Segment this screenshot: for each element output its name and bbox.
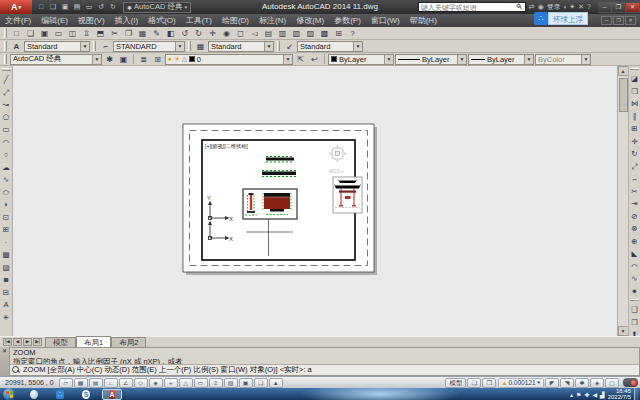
layer-combo[interactable]: ● ☀︎ △ 0 ▼: [165, 54, 293, 65]
construction-line-button[interactable]: ⤢: [0, 86, 12, 99]
layer-states-button[interactable]: ⊞: [151, 53, 164, 65]
color-combo[interactable]: ByLayer ▼: [328, 54, 394, 65]
layer-freeze-icon[interactable]: ☀︎: [174, 54, 180, 64]
circle-button[interactable]: ○: [0, 148, 12, 161]
layer-properties-button[interactable]: ≣: [137, 53, 150, 65]
qat-undo-button[interactable]: ↺: [95, 1, 107, 13]
revision-cloud-button[interactable]: ☁: [0, 161, 12, 174]
insert-block-button[interactable]: ⊡: [0, 211, 12, 224]
qat-open-button[interactable]: ❏: [47, 1, 59, 13]
zoom-previous-button[interactable]: ◅: [248, 27, 261, 39]
join-button[interactable]: ⊕: [629, 235, 640, 248]
paste-button[interactable]: ▦: [136, 27, 149, 39]
qat-save-button[interactable]: ▣: [59, 1, 71, 13]
taskbar-app-1[interactable]: [24, 389, 44, 400]
qat-plot-button[interactable]: ▭: [83, 1, 95, 13]
qat-saveas-button[interactable]: ▤: [71, 1, 83, 13]
break-at-point-button[interactable]: ⊘: [629, 210, 640, 223]
text-style-combo[interactable]: Standard▼: [24, 41, 90, 52]
layer-color-swatch[interactable]: [189, 56, 195, 62]
publish-button[interactable]: ⇫: [80, 27, 93, 39]
menu-item[interactable]: 工具(T): [181, 14, 217, 27]
mleader-style-combo[interactable]: Standard▼: [297, 41, 363, 52]
add-selected-button[interactable]: ✳: [0, 311, 12, 324]
float-overlay[interactable]: ∴ 环球上浮: [534, 12, 588, 25]
dynamic-ucs-toggle[interactable]: △: [179, 378, 193, 388]
infer-constraints-toggle[interactable]: ▱: [59, 378, 73, 388]
hatch-button[interactable]: ▩: [0, 248, 12, 261]
start-button[interactable]: [3, 388, 16, 400]
close-button[interactable]: ✕: [626, 2, 640, 13]
chevron-down-icon[interactable]: ▾: [564, 2, 567, 12]
send-to-back-button[interactable]: ❒: [629, 316, 640, 329]
move-button[interactable]: ✛: [629, 135, 640, 148]
doc-restore-button[interactable]: ❐: [613, 16, 624, 25]
overlay-app-icon[interactable]: ∴: [534, 12, 548, 25]
scroll-up-icon[interactable]: ▲: [618, 66, 629, 76]
bring-to-front-button[interactable]: ❑: [629, 303, 640, 316]
show-desktop-button[interactable]: [634, 388, 638, 400]
taskbar-app-2[interactable]: ∴: [50, 389, 70, 400]
next-tab-icon[interactable]: ▶: [23, 338, 32, 346]
wcs-dropdown[interactable]: WCS: [329, 169, 340, 174]
tab-layout2[interactable]: 布局2: [111, 337, 146, 347]
maximize-button[interactable]: ❐: [612, 2, 626, 13]
toolbar-grip[interactable]: [630, 299, 639, 301]
first-tab-icon[interactable]: |◀: [3, 338, 12, 346]
doc-close-button[interactable]: ✕: [625, 16, 636, 25]
linetype-combo[interactable]: ByLayer ▼: [395, 54, 467, 65]
viewport-controls-label[interactable]: [+][俯视][二维线框]: [205, 143, 248, 150]
table-button[interactable]: ⊟: [0, 286, 12, 299]
extend-button[interactable]: ⇥: [629, 197, 640, 210]
taskbar-clock[interactable]: 16:45 2022/7/5: [608, 388, 631, 400]
line-button[interactable]: ╱: [0, 73, 12, 86]
open-button[interactable]: ❏: [24, 27, 37, 39]
drawing-canvas[interactable]: [+][俯视][二维线框]: [13, 66, 617, 336]
menu-item[interactable]: 修改(M): [291, 14, 329, 27]
array-button[interactable]: ⊞: [629, 122, 640, 135]
annotation-monitor-toggle[interactable]: ▲: [269, 378, 283, 388]
plot-button[interactable]: ▭: [52, 27, 65, 39]
menu-item[interactable]: 视图(V): [73, 14, 110, 27]
toolbar-grip[interactable]: [277, 41, 280, 51]
lineweight-combo[interactable]: ByLayer ▼: [468, 54, 534, 65]
workspace-combo[interactable]: AutoCAD 经典▼: [10, 54, 102, 65]
performance-indicator[interactable]: [623, 378, 638, 387]
annotation-visibility-button[interactable]: ◤: [545, 378, 559, 388]
quick-view-drawings-button[interactable]: ❐: [482, 378, 496, 388]
action-flag-icon[interactable]: ⚑: [576, 391, 581, 398]
search-icon[interactable]: 🔍︎: [514, 2, 525, 12]
toolbar-grip[interactable]: [2, 68, 11, 71]
redo-button[interactable]: ↻: [192, 27, 205, 39]
grid-display-toggle[interactable]: ▤: [89, 378, 103, 388]
zoom-realtime-button[interactable]: ◉: [220, 27, 233, 39]
mirror-button[interactable]: ⋈: [629, 97, 640, 110]
tool-palettes-button[interactable]: ▧: [290, 27, 303, 39]
hardware-acceleration-button[interactable]: ▢: [605, 378, 619, 388]
rotate-button[interactable]: ↻: [629, 147, 640, 160]
quickcalc-button[interactable]: ⊞: [332, 27, 345, 39]
menu-item[interactable]: 格式(O): [143, 14, 181, 27]
new-button[interactable]: □: [10, 27, 23, 39]
menu-item[interactable]: 绘图(D): [217, 14, 254, 27]
menu-item[interactable]: 标注(N): [254, 14, 291, 27]
exchange-icon[interactable]: ⇄: [529, 2, 535, 12]
minimize-button[interactable]: ─: [598, 2, 612, 13]
quick-properties-toggle[interactable]: ▣: [239, 378, 253, 388]
overlay-label[interactable]: 环球上浮: [548, 12, 588, 25]
point-button[interactable]: ·: [0, 236, 12, 249]
search-input[interactable]: [419, 3, 514, 11]
menu-item[interactable]: 窗口(W): [366, 14, 405, 27]
workspace-dropdown-qat[interactable]: ✱ AutoCAD 经典 ▾: [123, 2, 191, 13]
3d-object-snap-toggle[interactable]: ◈: [149, 378, 163, 388]
dim-style-combo[interactable]: STANDARD▼: [113, 41, 185, 52]
selection-cycling-toggle[interactable]: ❏: [254, 378, 268, 388]
3d-dwf-button[interactable]: ⬒: [94, 27, 107, 39]
markup-set-manager-button[interactable]: ▩: [318, 27, 331, 39]
command-input-line[interactable]: ZOOM [全部(A) 中心(C) 动态(D) 范围(E) 上一个(P) 比例(…: [10, 364, 639, 375]
menu-item[interactable]: 文件(F): [0, 14, 36, 27]
scale-button[interactable]: ⤢: [629, 160, 640, 173]
pan-realtime-button[interactable]: ✛: [206, 27, 219, 39]
chamfer-button[interactable]: ◣: [629, 247, 640, 260]
toolbar-grip[interactable]: [93, 41, 96, 51]
